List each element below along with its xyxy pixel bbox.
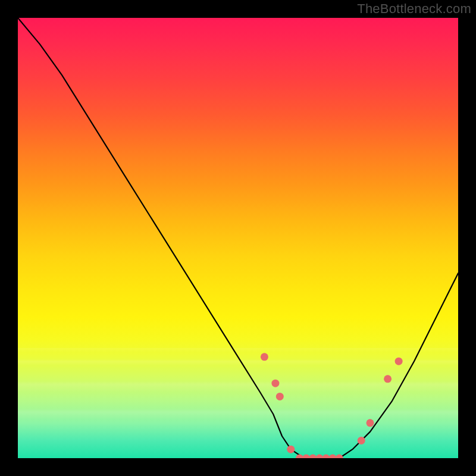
watermark-text: TheBottleneck.com [357, 1, 471, 17]
marker-dot [358, 437, 365, 444]
marker-dot [271, 380, 279, 387]
marker-dot [276, 393, 284, 400]
marker-dot [384, 375, 392, 383]
marker-dots-group [261, 353, 403, 458]
plot-area [18, 18, 458, 458]
marker-dot [302, 455, 310, 459]
chart-frame: TheBottleneck.com [0, 0, 476, 476]
marker-dot [329, 455, 337, 459]
marker-dot [315, 455, 323, 459]
curve-svg [18, 18, 458, 458]
marker-dot [296, 455, 303, 459]
marker-dot [322, 455, 330, 459]
marker-dot [367, 419, 374, 427]
marker-dot [309, 455, 317, 459]
marker-dot [261, 353, 268, 361]
marker-dot [287, 446, 295, 453]
marker-dot [336, 455, 343, 459]
bottleneck-curve-line [18, 18, 458, 458]
marker-dot [395, 358, 403, 365]
